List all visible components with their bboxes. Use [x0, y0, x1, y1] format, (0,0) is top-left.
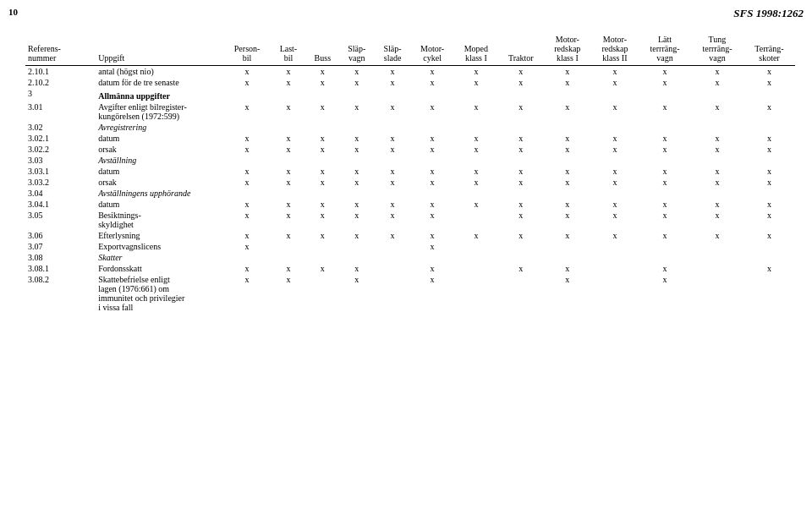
x-cell: x	[743, 66, 795, 78]
x-cell: x	[339, 263, 375, 274]
x-cell: x	[691, 177, 743, 188]
x-cell	[591, 122, 639, 133]
x-cell	[339, 188, 375, 199]
x-cell	[271, 88, 306, 101]
ref-cell: 3.07	[25, 241, 96, 252]
x-cell	[375, 263, 410, 274]
x-cell	[306, 88, 339, 101]
x-cell: x	[375, 166, 410, 177]
table-row: 3.02Avregistrering	[25, 122, 795, 133]
x-cell	[639, 122, 691, 133]
x-cell	[271, 155, 306, 166]
x-cell	[306, 274, 339, 313]
x-cell: x	[223, 210, 270, 230]
x-cell: x	[271, 263, 306, 274]
x-cell	[691, 241, 743, 252]
desc-cell: Skattebefrielse enligtlagen (1976:661) o…	[96, 274, 223, 313]
header-ref: Referens- nummer	[25, 34, 96, 66]
x-cell: x	[743, 263, 795, 274]
table-row: 3.08.1Fordonsskattxxxxxxxxx	[25, 263, 795, 274]
x-cell: x	[410, 77, 454, 88]
x-cell: x	[691, 144, 743, 155]
x-cell: x	[410, 210, 454, 230]
x-cell: x	[306, 77, 339, 88]
x-cell: x	[639, 263, 691, 274]
x-cell	[410, 88, 454, 101]
x-cell	[691, 263, 743, 274]
header-slapslade: Släp- slade	[375, 34, 410, 66]
x-cell	[591, 155, 639, 166]
x-cell: x	[639, 210, 691, 230]
x-cell: x	[544, 144, 591, 155]
table-row: 3.04Avställningens upphörande	[25, 188, 795, 199]
x-cell: x	[691, 77, 743, 88]
x-cell	[691, 188, 743, 199]
x-cell: x	[591, 177, 639, 188]
x-cell: x	[223, 230, 270, 241]
x-cell: x	[410, 230, 454, 241]
x-cell	[454, 210, 498, 230]
x-cell: x	[591, 66, 639, 78]
table-row: 3.06Efterlysningxxxxxxxxxxxxx	[25, 230, 795, 241]
desc-cell: Fordonsskatt	[96, 263, 223, 274]
x-cell: x	[544, 210, 591, 230]
x-cell: x	[454, 177, 498, 188]
x-cell: x	[743, 199, 795, 210]
x-cell: x	[544, 77, 591, 88]
x-cell: x	[454, 166, 498, 177]
x-cell: x	[339, 210, 375, 230]
x-cell	[743, 122, 795, 133]
ref-cell: 3.01	[25, 101, 96, 122]
ref-cell: 3.03.1	[25, 166, 96, 177]
x-cell	[375, 122, 410, 133]
x-cell	[591, 274, 639, 313]
x-cell	[591, 188, 639, 199]
x-cell	[339, 155, 375, 166]
x-cell: x	[375, 133, 410, 144]
header-row: Referens- nummer Uppgift Person- bil Las…	[25, 34, 795, 66]
x-cell: x	[743, 166, 795, 177]
x-cell	[544, 155, 591, 166]
x-cell	[544, 122, 591, 133]
x-cell	[743, 88, 795, 101]
x-cell: x	[339, 166, 375, 177]
header-motorredskap1: Motor- redskap klass I	[544, 34, 591, 66]
x-cell	[454, 88, 498, 101]
x-cell	[454, 274, 498, 313]
x-cell: x	[498, 77, 544, 88]
x-cell: x	[544, 274, 591, 313]
x-cell: x	[339, 177, 375, 188]
x-cell: x	[410, 166, 454, 177]
x-cell: x	[339, 199, 375, 210]
table-row: 3.04.1datumxxxxxxxxxxxxx	[25, 199, 795, 210]
x-cell	[454, 252, 498, 263]
x-cell	[271, 241, 306, 252]
x-cell	[271, 122, 306, 133]
desc-cell: Skatter	[96, 252, 223, 263]
x-cell: x	[271, 177, 306, 188]
x-cell: x	[339, 77, 375, 88]
x-cell	[454, 155, 498, 166]
ref-cell: 3.06	[25, 230, 96, 241]
desc-cell: Efterlysning	[96, 230, 223, 241]
x-cell: x	[410, 274, 454, 313]
x-cell: x	[375, 66, 410, 78]
x-cell: x	[454, 133, 498, 144]
x-cell: x	[639, 166, 691, 177]
x-cell: x	[743, 177, 795, 188]
x-cell	[639, 188, 691, 199]
ref-cell: 3.02	[25, 122, 96, 133]
x-cell	[410, 252, 454, 263]
x-cell: x	[223, 77, 270, 88]
x-cell: x	[498, 101, 544, 122]
x-cell: x	[375, 177, 410, 188]
header-uppgift: Uppgift	[96, 34, 223, 66]
x-cell	[691, 88, 743, 101]
x-cell	[639, 155, 691, 166]
x-cell	[223, 252, 270, 263]
table-row: 3.02.2orsakxxxxxxxxxxxxx	[25, 144, 795, 155]
table-row: 2.10.1antal (högst nio)xxxxxxxxxxxxx	[25, 66, 795, 78]
x-cell	[639, 252, 691, 263]
x-cell	[223, 88, 270, 101]
desc-cell: Besiktnings-skyldighet	[96, 210, 223, 230]
